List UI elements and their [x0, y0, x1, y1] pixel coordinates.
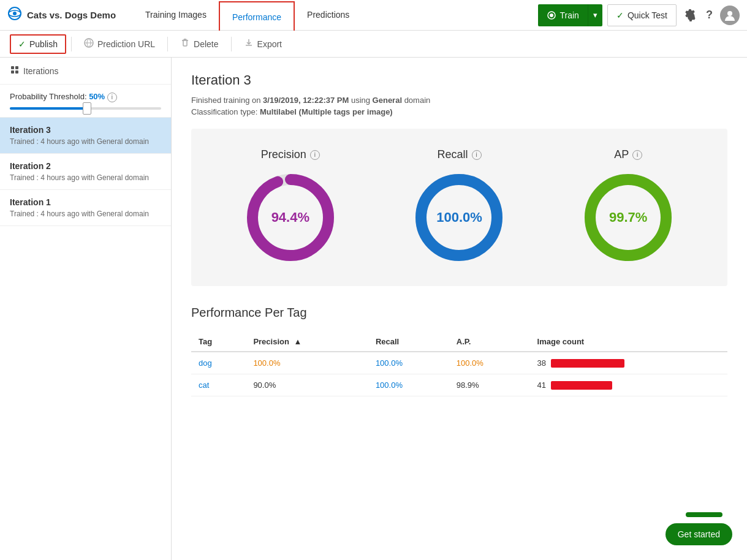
col-recall[interactable]: Recall	[368, 332, 449, 352]
header-actions: Train ▾ ✓ Quick Test ?	[538, 4, 740, 26]
recall-info-icon[interactable]: i	[472, 150, 482, 160]
cat-ap: 98.9%	[449, 374, 530, 396]
ap-metric: AP i 99.7%	[579, 148, 677, 267]
publish-button[interactable]: ✓ Publish	[10, 34, 66, 54]
svg-point-3	[550, 13, 553, 17]
perf-table: Tag Precision ▲ Recall A.P. Image count …	[191, 332, 727, 396]
recall-metric: Recall i 100.0%	[410, 148, 508, 267]
sidebar-header: Iterations	[0, 58, 171, 85]
tag-dog-link[interactable]: dog	[199, 358, 212, 368]
recall-donut: 100.0%	[410, 168, 508, 267]
col-precision[interactable]: Precision ▲	[246, 332, 368, 352]
toolbar-divider-1	[71, 37, 72, 51]
iteration-item-1[interactable]: Iteration 1 Trained : 4 hours ago with G…	[0, 190, 171, 226]
col-ap[interactable]: A.P.	[449, 332, 530, 352]
settings-button[interactable]	[681, 7, 699, 24]
slider-track	[10, 107, 161, 110]
precision-info-icon[interactable]: i	[310, 150, 320, 160]
ap-info-icon[interactable]: i	[632, 150, 642, 160]
user-avatar[interactable]	[720, 6, 740, 25]
iteration-meta-2: Classification type: Multilabel (Multipl…	[191, 107, 727, 116]
table-row-cat: cat 90.0% 100.0% 98.9% 41	[191, 374, 727, 396]
dog-image-count: 38	[530, 352, 727, 374]
cat-bar	[551, 381, 612, 390]
train-dropdown-button[interactable]: ▾	[588, 4, 602, 26]
get-started-indicator	[686, 512, 722, 517]
iteration-meta-1: Finished training on 3/19/2019, 12:22:37…	[191, 96, 727, 105]
svg-rect-10	[11, 66, 14, 69]
dog-bar	[551, 359, 624, 368]
perf-per-tag-section: Performance Per Tag Tag Precision ▲ Reca…	[191, 306, 727, 396]
recall-title: Recall i	[437, 148, 481, 161]
toolbar: ✓ Publish Prediction URL Delete Export	[0, 31, 747, 58]
nav-tabs: Training Images Performance Predictions	[133, 0, 533, 31]
svg-point-2	[13, 12, 17, 15]
threshold-value: 50%	[89, 92, 105, 101]
iteration-item-2[interactable]: Iteration 2 Trained : 4 hours ago with G…	[0, 154, 171, 190]
tab-performance[interactable]: Performance	[219, 1, 295, 31]
main-layout: Iterations Probability Threshold: 50% i …	[0, 58, 747, 560]
iteration-item-3[interactable]: Iteration 3 Trained : 4 hours ago with G…	[0, 118, 171, 154]
iteration-2-title: Iteration 2	[10, 161, 161, 171]
get-started-button[interactable]: Get started	[665, 523, 732, 545]
header: Cats vs. Dogs Demo Training Images Perfo…	[0, 0, 747, 31]
train-button[interactable]: Train	[538, 4, 588, 26]
tab-predictions[interactable]: Predictions	[295, 0, 362, 31]
main-content: Iteration 3 Finished training on 3/19/20…	[172, 58, 747, 560]
threshold-info-icon[interactable]: i	[107, 93, 117, 102]
export-button[interactable]: Export	[237, 34, 289, 53]
ap-value: 99.7%	[609, 210, 647, 225]
iteration-3-title: Iteration 3	[10, 125, 161, 135]
tab-training-images[interactable]: Training Images	[133, 0, 219, 31]
sort-icon: ▲	[294, 337, 302, 346]
quick-test-button[interactable]: ✓ Quick Test	[607, 4, 677, 26]
table-row-dog: dog 100.0% 100.0% 100.0% 38	[191, 352, 727, 374]
trash-icon	[180, 38, 190, 50]
threshold-label: Probability Threshold: 50% i	[10, 92, 161, 102]
app-title: Cats vs. Dogs Demo	[27, 10, 116, 20]
ap-donut: 99.7%	[579, 168, 677, 267]
precision-donut: 94.4%	[241, 168, 339, 267]
svg-point-5	[727, 11, 732, 16]
svg-rect-12	[11, 70, 14, 74]
help-button[interactable]: ?	[703, 6, 715, 24]
prediction-url-button[interactable]: Prediction URL	[77, 34, 162, 53]
slider-thumb[interactable]	[83, 102, 91, 115]
dog-recall: 100.0%	[368, 352, 449, 374]
export-icon	[244, 38, 254, 50]
precision-value: 94.4%	[271, 210, 309, 225]
iterations-icon	[10, 65, 20, 77]
perf-per-tag-title: Performance Per Tag	[191, 306, 727, 320]
toolbar-divider-2	[167, 37, 168, 51]
threshold-section: Probability Threshold: 50% i	[0, 85, 171, 118]
train-button-group: Train ▾	[538, 4, 602, 26]
globe-icon	[84, 38, 94, 50]
cat-recall: 100.0%	[368, 374, 449, 396]
ap-title: AP i	[614, 148, 642, 161]
sidebar: Iterations Probability Threshold: 50% i …	[0, 58, 172, 560]
delete-button[interactable]: Delete	[173, 34, 226, 53]
cat-precision: 90.0%	[246, 374, 368, 396]
iteration-heading: Iteration 3	[191, 72, 727, 88]
recall-value: 100.0%	[436, 210, 482, 225]
dog-precision: 100.0%	[246, 352, 368, 374]
svg-rect-13	[15, 70, 18, 74]
logo-icon	[7, 6, 22, 25]
svg-rect-11	[15, 66, 18, 69]
col-tag[interactable]: Tag	[191, 332, 246, 352]
dog-ap: 100.0%	[449, 352, 530, 374]
cat-bar-cell: 41	[537, 380, 720, 390]
iteration-1-subtitle: Trained : 4 hours ago with General domai…	[10, 210, 161, 218]
precision-title: Precision i	[261, 148, 320, 161]
dog-bar-cell: 38	[537, 358, 720, 368]
cat-image-count: 41	[530, 374, 727, 396]
metrics-section: Precision i 94.4% Recall i	[191, 129, 727, 286]
iteration-1-title: Iteration 1	[10, 197, 161, 207]
toolbar-divider-3	[231, 37, 232, 51]
app-logo: Cats vs. Dogs Demo	[7, 6, 116, 25]
col-image-count[interactable]: Image count	[530, 332, 727, 352]
publish-check-icon: ✓	[18, 39, 26, 49]
slider-fill	[10, 107, 86, 110]
tag-cat-link[interactable]: cat	[199, 380, 209, 390]
precision-metric: Precision i 94.4%	[241, 148, 339, 267]
